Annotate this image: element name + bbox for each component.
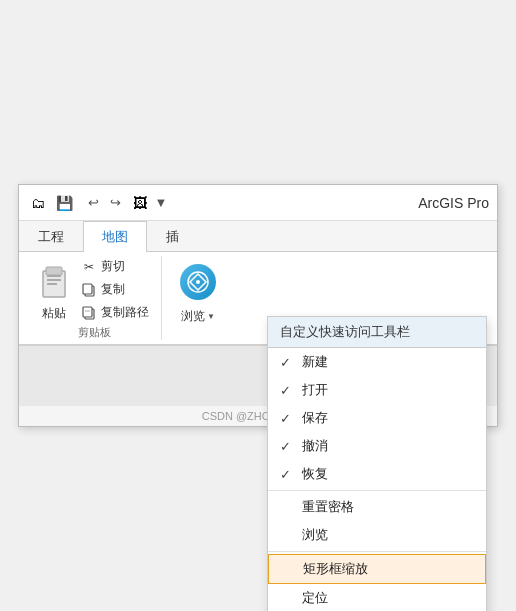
browse-icon-container [174, 260, 222, 304]
cut-button[interactable]: ✂ 剪切 [77, 256, 153, 277]
checkmark-undo: ✓ [280, 439, 294, 454]
clipboard-label: 剪贴板 [78, 323, 111, 340]
copy-path-button[interactable]: 复制路径 [77, 302, 153, 323]
clipboard-group: 粘贴 ✂ 剪切 复制 [27, 256, 162, 340]
browse-label[interactable]: 浏览 ▼ [181, 308, 215, 325]
title-bar-icons: 🗂 💾 [27, 192, 75, 214]
checkmark-redo: ✓ [280, 467, 294, 482]
menu-item-locate[interactable]: 定位 [268, 584, 486, 611]
title-bar: 🗂 💾 ↩ ↪ 🖼 ▼ ArcGIS Pro [19, 185, 497, 221]
copy-path-icon [81, 305, 97, 321]
divider-2 [268, 551, 486, 552]
save-icon[interactable]: 💾 [53, 192, 75, 214]
browse-icon[interactable] [180, 264, 216, 300]
menu-item-open[interactable]: ✓ 打开 [268, 376, 486, 404]
main-window: 🗂 💾 ↩ ↪ 🖼 ▼ ArcGIS Pro 工程 地图 插 [18, 184, 498, 427]
svg-rect-4 [47, 283, 57, 285]
undo-redo-group: ↩ ↪ [83, 193, 125, 213]
copy-icon [81, 282, 97, 298]
svg-rect-3 [47, 279, 61, 281]
checkmark-new: ✓ [280, 355, 294, 370]
svg-rect-8 [83, 307, 92, 317]
menu-item-redo[interactable]: ✓ 恢复 [268, 460, 486, 488]
svg-rect-1 [46, 267, 62, 275]
app-title: ArcGIS Pro [418, 195, 489, 211]
menu-item-browse[interactable]: 浏览 [268, 521, 486, 549]
scissors-icon: ✂ [81, 259, 97, 275]
main-area: 自定义快速访问工具栏 ✓ 新建 ✓ 打开 ✓ 保存 ✓ 撤消 [19, 346, 497, 406]
menu-item-save[interactable]: ✓ 保存 [268, 404, 486, 432]
paste-icon[interactable] [35, 261, 73, 303]
menu-item-undo[interactable]: ✓ 撤消 [268, 432, 486, 460]
tab-map[interactable]: 地图 [83, 221, 147, 252]
checkmark-open: ✓ [280, 383, 294, 398]
dropdown-header: 自定义快速访问工具栏 [268, 317, 486, 348]
folder-icon[interactable]: 🗂 [27, 192, 49, 214]
browse-dropdown-arrow: ▼ [207, 312, 215, 321]
tab-insert[interactable]: 插 [147, 221, 198, 252]
quick-access-dropdown[interactable]: ▼ [151, 193, 171, 213]
ribbon-tabs: 工程 地图 插 [19, 221, 497, 252]
menu-item-new[interactable]: ✓ 新建 [268, 348, 486, 376]
clipboard-items: ✂ 剪切 复制 [77, 256, 153, 323]
image-icon[interactable]: 🖼 [129, 192, 151, 214]
menu-item-reset-grid[interactable]: 重置密格 [268, 493, 486, 521]
svg-rect-2 [47, 275, 61, 277]
undo-button[interactable]: ↩ [83, 193, 103, 213]
paste-label: 粘贴 [42, 305, 66, 322]
tab-project[interactable]: 工程 [19, 221, 83, 252]
redo-button[interactable]: ↪ [105, 193, 125, 213]
dropdown-menu: 自定义快速访问工具栏 ✓ 新建 ✓ 打开 ✓ 保存 ✓ 撤消 [267, 316, 487, 611]
menu-item-rect-zoom[interactable]: 矩形框缩放 [268, 554, 486, 584]
divider-1 [268, 490, 486, 491]
svg-rect-6 [83, 284, 92, 294]
copy-button[interactable]: 复制 [77, 279, 153, 300]
checkmark-save: ✓ [280, 411, 294, 426]
svg-point-11 [196, 280, 200, 284]
browse-group: 浏览 ▼ [162, 256, 234, 340]
